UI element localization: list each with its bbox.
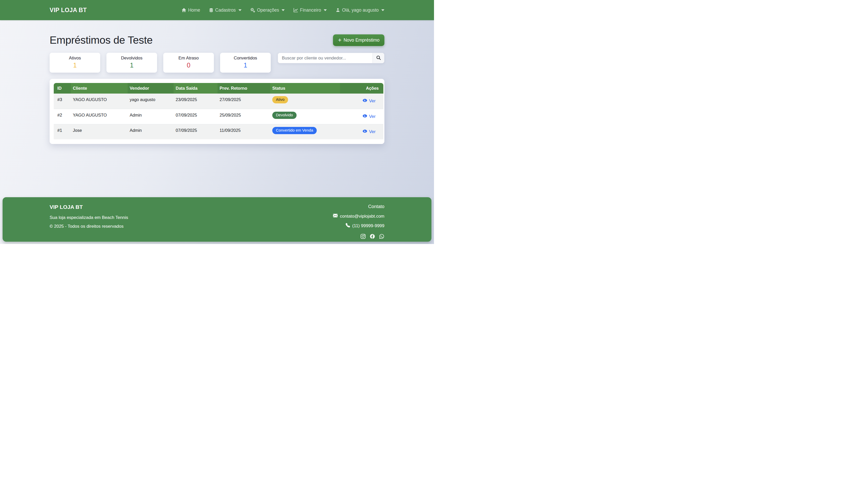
cell-id: #3 xyxy=(54,93,71,109)
stat-label: Devolvidos xyxy=(121,56,142,61)
footer-email-link[interactable]: contato@viplojabt.com xyxy=(340,214,384,219)
nav-item-label: Home xyxy=(188,7,200,13)
view-loan-link[interactable]: Ver xyxy=(363,129,376,135)
table-row: #3 YAGO AUGUSTO yago augusto 23/09/2025 … xyxy=(54,93,383,109)
plus-icon: + xyxy=(338,37,341,43)
caret-down-icon xyxy=(239,9,242,11)
stat-value: 0 xyxy=(187,61,190,69)
new-loan-button-label: Novo Empréstimo xyxy=(344,37,379,43)
cell-prev-retorno: 27/09/2025 xyxy=(218,93,270,109)
instagram-icon[interactable] xyxy=(361,234,366,239)
chart-line-icon xyxy=(293,8,298,12)
nav-item-label: Operações xyxy=(257,7,279,13)
cell-id: #1 xyxy=(54,124,71,139)
eye-icon xyxy=(363,113,367,120)
nav-item-label: Olá, yago augusto xyxy=(342,7,379,13)
footer-tagline: Sua loja especializada em Beach Tennis xyxy=(50,215,128,220)
cell-data-saida: 07/09/2025 xyxy=(174,124,218,139)
cell-vendedor: Admin xyxy=(128,109,174,124)
phone-icon xyxy=(346,223,350,229)
search-group xyxy=(278,53,384,63)
cell-prev-retorno: 11/09/2025 xyxy=(218,124,270,139)
stat-card-devolvidos: Devolvidos 1 xyxy=(106,53,157,73)
eye-icon xyxy=(363,98,367,104)
cell-id: #2 xyxy=(54,109,71,124)
stat-card-convertidos: Convertidos 1 xyxy=(220,53,271,73)
cell-prev-retorno: 25/09/2025 xyxy=(218,109,270,124)
stat-label: Em Atraso xyxy=(179,56,199,61)
nav-item-operacoes[interactable]: Operações xyxy=(250,7,285,13)
caret-down-icon xyxy=(282,9,285,11)
home-icon xyxy=(182,8,186,12)
search-button[interactable] xyxy=(373,53,384,63)
status-badge: Convertido em Venda xyxy=(272,127,317,134)
view-loan-label: Ver xyxy=(369,129,376,135)
view-loan-link[interactable]: Ver xyxy=(363,113,376,120)
table-header-row: ID Cliente Vendedor Data Saída Prev. Ret… xyxy=(54,83,383,93)
caret-down-icon xyxy=(324,9,327,11)
stat-value: 1 xyxy=(244,61,247,69)
col-header-cliente: Cliente xyxy=(71,83,128,93)
cell-data-saida: 07/09/2025 xyxy=(174,109,218,124)
nav-item-label: Financeiro xyxy=(300,7,321,13)
user-icon xyxy=(336,8,340,12)
nav-item-home[interactable]: Home xyxy=(182,7,200,13)
search-icon xyxy=(376,55,381,61)
table-row: #2 YAGO AUGUSTO Admin 07/09/2025 25/09/2… xyxy=(54,109,383,124)
gears-icon xyxy=(250,8,255,13)
eye-icon xyxy=(363,129,367,135)
col-header-acoes: Ações xyxy=(340,83,383,93)
database-icon xyxy=(209,8,213,12)
col-header-id: ID xyxy=(54,83,71,93)
status-badge: Devolvido xyxy=(272,112,297,119)
footer-brand: VIP LOJA BT xyxy=(50,204,128,210)
stat-card-ativos: Ativos 1 xyxy=(50,53,100,73)
brand-logo[interactable]: VIP LOJA BT xyxy=(50,7,87,14)
stat-label: Ativos xyxy=(69,56,81,61)
page-footer: VIP LOJA BT Sua loja especializada em Be… xyxy=(3,197,431,242)
main-content: Empréstimos de Teste + Novo Empréstimo A… xyxy=(46,20,388,144)
nav-item-financeiro[interactable]: Financeiro xyxy=(293,7,327,13)
search-input[interactable] xyxy=(278,53,373,63)
page: VIP LOJA BT Home Cadastros xyxy=(0,0,434,244)
envelope-icon xyxy=(333,213,338,219)
view-loan-link[interactable]: Ver xyxy=(363,98,376,104)
stat-card-em-atraso: Em Atraso 0 xyxy=(163,53,214,73)
view-loan-label: Ver xyxy=(369,114,376,119)
cell-data-saida: 23/09/2025 xyxy=(174,93,218,109)
col-header-prev-retorno: Prev. Retorno xyxy=(218,83,270,93)
table-row: #1 Jose Admin 07/09/2025 11/09/2025 Conv… xyxy=(54,124,383,139)
footer-copyright: © 2025 - Todos os direitos reservados xyxy=(50,224,128,229)
whatsapp-icon[interactable] xyxy=(379,234,384,239)
col-header-data-saida: Data Saída xyxy=(174,83,218,93)
stat-label: Convertidos xyxy=(234,56,257,61)
top-navbar: VIP LOJA BT Home Cadastros xyxy=(0,0,434,20)
facebook-icon[interactable] xyxy=(370,234,375,239)
col-header-status: Status xyxy=(270,83,340,93)
page-title: Empréstimos de Teste xyxy=(50,34,153,46)
stats-row: Ativos 1 Devolvidos 1 Em Atraso 0 Conver… xyxy=(50,53,384,73)
cell-vendedor: yago augusto xyxy=(128,93,174,109)
loans-table: ID Cliente Vendedor Data Saída Prev. Ret… xyxy=(54,83,383,139)
footer-contact-title: Contato xyxy=(368,204,384,209)
loans-table-card: ID Cliente Vendedor Data Saída Prev. Ret… xyxy=(50,79,384,144)
nav-item-user[interactable]: Olá, yago augusto xyxy=(336,7,384,13)
cell-cliente: YAGO AUGUSTO xyxy=(71,109,128,124)
footer-phone-link[interactable]: (11) 99999-9999 xyxy=(352,223,384,229)
nav-menu: Home Cadastros xyxy=(182,7,384,13)
new-loan-button[interactable]: + Novo Empréstimo xyxy=(333,34,384,46)
cell-cliente: YAGO AUGUSTO xyxy=(71,93,128,109)
stat-value: 1 xyxy=(73,61,77,69)
stat-value: 1 xyxy=(130,61,133,69)
nav-item-label: Cadastros xyxy=(215,7,236,13)
view-loan-label: Ver xyxy=(369,98,376,104)
col-header-vendedor: Vendedor xyxy=(128,83,174,93)
footer-social-links xyxy=(361,234,384,239)
nav-item-cadastros[interactable]: Cadastros xyxy=(209,7,242,13)
cell-cliente: Jose xyxy=(71,124,128,139)
status-badge: Ativo xyxy=(272,96,288,104)
caret-down-icon xyxy=(381,9,384,11)
cell-vendedor: Admin xyxy=(128,124,174,139)
